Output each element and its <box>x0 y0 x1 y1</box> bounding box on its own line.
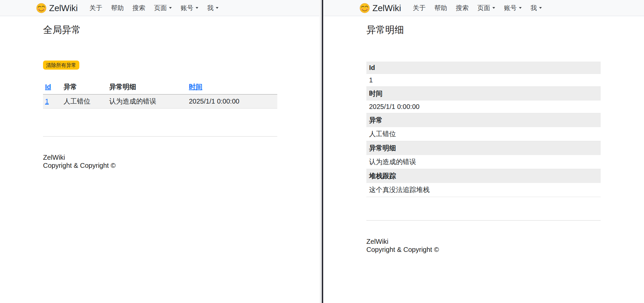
nav-links: 关于 帮助 搜索 页面 账号 我 <box>85 1 223 15</box>
nav-item-label: 账号 <box>180 4 193 12</box>
nav-item-label: 搜索 <box>132 4 145 12</box>
field-label-exception: 异常 <box>366 113 601 127</box>
nav-item-label: 我 <box>207 4 213 12</box>
nav-item-label: 我 <box>530 4 537 12</box>
nav-item-label: 页面 <box>154 4 167 12</box>
row-exception-cell: 人工错位 <box>62 94 107 109</box>
footer-brand: ZelWiki <box>366 237 601 245</box>
brand-name: ZelWiki <box>372 4 401 12</box>
smiley-face-icon <box>36 3 46 13</box>
nav-item-search[interactable]: 搜索 <box>452 1 472 15</box>
nav-item-about[interactable]: 关于 <box>409 1 429 15</box>
caret-down-icon <box>519 7 522 10</box>
clear-all-exceptions-button[interactable]: 清除所有异常 <box>43 61 79 70</box>
content-divider <box>43 136 277 137</box>
page-title: 异常明细 <box>366 24 601 36</box>
exceptions-table: Id 异常 异常明细 时间 1 人工错位 认为造成的错误 2025/1/1 0:… <box>43 81 277 109</box>
caret-down-icon <box>169 7 172 10</box>
left-page-content: 全局异常 清除所有异常 Id 异常 异常明细 时间 1 人工错位 认为造成的错误… <box>43 16 277 169</box>
field-value-stacktrace: 这个真没法追踪堆栈 <box>366 183 601 197</box>
field-label-stacktrace: 堆栈跟踪 <box>366 169 601 183</box>
field-label-detail: 异常明细 <box>366 141 601 155</box>
brand-link[interactable]: ZelWiki <box>36 3 78 13</box>
nav-item-me-dropdown[interactable]: 我 <box>204 1 222 15</box>
nav-item-label: 账号 <box>504 4 517 12</box>
nav-item-label: 帮助 <box>111 4 124 12</box>
nav-item-help[interactable]: 帮助 <box>108 1 127 15</box>
nav-item-me-dropdown[interactable]: 我 <box>527 1 545 15</box>
row-detail-cell: 认为造成的错误 <box>107 94 187 109</box>
column-header-detail: 异常明细 <box>107 81 187 94</box>
caret-down-icon <box>216 7 218 10</box>
right-page-content: 异常明细 Id 1 时间 2025/1/1 0:00:00 异常 人工错位 异常… <box>366 16 601 254</box>
footer-brand: ZelWiki <box>43 153 277 161</box>
nav-item-pages-dropdown[interactable]: 页面 <box>474 1 498 15</box>
field-value-exception: 人工错位 <box>366 127 601 141</box>
field-label-id: Id <box>366 62 601 74</box>
nav-links: 关于 帮助 搜索 页面 账号 我 <box>408 1 546 15</box>
footer-copyright: Copyright & Copyright © <box>43 161 277 169</box>
window-divider <box>319 0 323 303</box>
nav-item-label: 帮助 <box>434 4 447 12</box>
footer: ZelWiki Copyright & Copyright © <box>43 153 277 169</box>
nav-item-help[interactable]: 帮助 <box>431 1 450 15</box>
page-title: 全局异常 <box>43 24 277 36</box>
nav-item-search[interactable]: 搜索 <box>129 1 149 15</box>
table-row: 1 人工错位 认为造成的错误 2025/1/1 0:00:00 <box>43 94 277 109</box>
column-header-time: 时间 <box>187 81 277 94</box>
exception-detail-list: Id 1 时间 2025/1/1 0:00:00 异常 人工错位 异常明细 认为… <box>366 62 601 197</box>
footer-copyright: Copyright & Copyright © <box>366 245 601 254</box>
table-header-row: Id 异常 异常明细 时间 <box>43 81 277 94</box>
left-browser-window: ZelWiki 关于 帮助 搜索 页面 账号 我 全局异常 清除所有异常 Id … <box>0 0 319 303</box>
caret-down-icon <box>196 7 198 10</box>
right-browser-window: ZelWiki 关于 帮助 搜索 页面 账号 我 异常明细 Id 1 时间 20… <box>323 0 644 303</box>
smiley-face-icon <box>360 3 370 13</box>
caret-down-icon <box>492 7 495 10</box>
navbar: ZelWiki 关于 帮助 搜索 页面 账号 我 <box>323 0 644 16</box>
content-divider <box>366 220 601 221</box>
nav-item-label: 页面 <box>477 4 490 12</box>
nav-item-about[interactable]: 关于 <box>86 1 106 15</box>
sort-by-time-link[interactable]: 时间 <box>189 83 202 90</box>
column-header-id: Id <box>43 81 62 94</box>
sort-by-id-link[interactable]: Id <box>45 83 51 90</box>
brand-link[interactable]: ZelWiki <box>360 3 401 13</box>
navbar: ZelWiki 关于 帮助 搜索 页面 账号 我 <box>0 0 319 16</box>
field-value-detail: 认为造成的错误 <box>366 155 601 169</box>
nav-item-pages-dropdown[interactable]: 页面 <box>151 1 175 15</box>
footer: ZelWiki Copyright & Copyright © <box>366 237 601 254</box>
row-id-link[interactable]: 1 <box>45 98 49 105</box>
field-value-id: 1 <box>366 74 601 87</box>
column-header-exception: 异常 <box>62 81 107 94</box>
field-label-time: 时间 <box>366 87 601 101</box>
nav-item-label: 关于 <box>89 4 102 12</box>
caret-down-icon <box>539 7 542 10</box>
row-time-cell: 2025/1/1 0:00:00 <box>187 94 277 109</box>
nav-item-label: 关于 <box>413 4 426 12</box>
nav-item-label: 搜索 <box>456 4 469 12</box>
row-id-cell: 1 <box>43 94 62 109</box>
nav-item-account-dropdown[interactable]: 账号 <box>500 1 525 15</box>
nav-item-account-dropdown[interactable]: 账号 <box>177 1 202 15</box>
brand-name: ZelWiki <box>49 4 78 12</box>
field-value-time: 2025/1/1 0:00:00 <box>366 101 601 113</box>
